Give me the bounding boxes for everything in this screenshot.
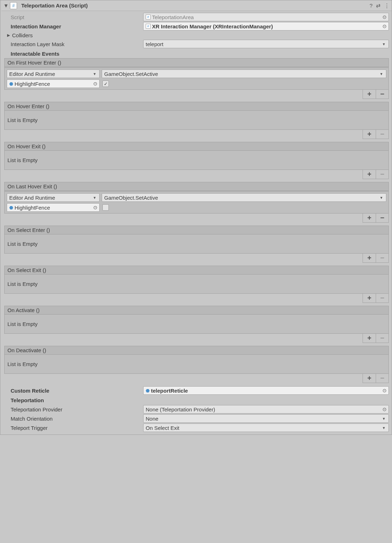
target-object-field[interactable]: ⬣HighlightFence⊙: [7, 79, 100, 88]
event-header: On Select Exit (): [5, 266, 388, 275]
interaction-manager-label: Interaction Manager: [4, 23, 143, 29]
event-block: On Last Hover Exit ()Editor And Runtime▼…: [4, 182, 389, 214]
object-picker-icon[interactable]: ⊙: [382, 406, 387, 412]
remove-callback-button: −: [376, 294, 388, 303]
tp-provider-label: Teleportation Provider: [4, 406, 143, 412]
add-callback-button[interactable]: +: [363, 214, 376, 222]
inspector-panel: ▼ # Teleportation Area (Script) ? ⇄ ⋮ Sc…: [0, 0, 392, 435]
bool-arg-checkbox[interactable]: [102, 204, 109, 211]
component-title: Teleportation Area (Script): [21, 2, 370, 9]
event-footer: +−: [4, 334, 389, 343]
tp-trigger-label: Teleport Trigger: [4, 425, 143, 431]
add-callback-button[interactable]: +: [363, 294, 376, 303]
chevron-down-icon: ▼: [93, 72, 96, 76]
add-callback-button[interactable]: +: [363, 334, 376, 343]
event-empty-label: List is Empty: [5, 355, 388, 373]
chevron-down-icon: ▼: [380, 196, 383, 200]
event-footer: +−: [4, 294, 389, 303]
chevron-down-icon: ▼: [382, 426, 386, 430]
event-header: On Hover Exit (): [5, 142, 388, 151]
event-footer: +−: [4, 214, 389, 223]
event-empty-label: List is Empty: [5, 111, 388, 129]
event-block: On Hover Exit ()List is Empty: [4, 142, 389, 170]
interaction-manager-field[interactable]: # XR Interaction Manager (XRInteractionM…: [143, 22, 389, 31]
call-mode-dropdown[interactable]: Editor And Runtime▼: [7, 193, 100, 202]
add-callback-button[interactable]: +: [363, 130, 376, 139]
object-picker-icon: ⊙: [382, 14, 387, 20]
event-footer: +−: [4, 170, 389, 179]
tp-trigger-dropdown[interactable]: On Select Exit ▼: [143, 423, 389, 432]
custom-reticle-label: Custom Reticle: [4, 388, 143, 394]
script-type-icon: #: [146, 24, 151, 29]
script-icon: #: [10, 2, 17, 9]
event-block: On Activate ()List is Empty: [4, 306, 389, 334]
component-header: ▼ # Teleportation Area (Script) ? ⇄ ⋮: [1, 0, 392, 11]
add-callback-button[interactable]: +: [363, 374, 376, 383]
remove-callback-button: −: [376, 334, 388, 343]
help-icon[interactable]: ?: [370, 2, 373, 9]
event-header: On Last Hover Exit (): [5, 182, 388, 191]
event-empty-label: List is Empty: [5, 315, 388, 333]
foldout-toggle-icon[interactable]: ▼: [4, 3, 9, 8]
colliders-foldout[interactable]: ▶ Colliders: [4, 31, 389, 39]
presets-icon[interactable]: ⇄: [376, 2, 381, 9]
chevron-down-icon: ▼: [382, 42, 386, 46]
add-callback-button[interactable]: +: [363, 170, 376, 179]
match-orient-dropdown[interactable]: None ▼: [143, 414, 389, 423]
event-header: On Hover Enter (): [5, 102, 388, 111]
add-callback-button[interactable]: +: [363, 90, 376, 99]
teleportation-title: Teleportation: [4, 397, 389, 403]
event-footer: +−: [4, 90, 389, 99]
object-picker-icon[interactable]: ⊙: [382, 23, 387, 29]
object-picker-icon[interactable]: ⊙: [93, 205, 97, 210]
call-mode-dropdown[interactable]: Editor And Runtime▼: [7, 70, 100, 78]
event-block: On Select Enter ()List is Empty: [4, 226, 389, 254]
event-footer: +−: [4, 130, 389, 139]
script-label: Script: [4, 14, 143, 20]
event-empty-label: List is Empty: [5, 275, 388, 293]
remove-callback-button: −: [376, 130, 388, 139]
event-header: On Deactivate (): [5, 346, 388, 355]
event-block: On First Hover Enter ()Editor And Runtim…: [4, 58, 389, 90]
event-block: On Select Exit ()List is Empty: [4, 266, 389, 294]
layer-mask-dropdown[interactable]: teleport ▼: [143, 40, 389, 48]
remove-callback-button: −: [376, 254, 388, 262]
object-picker-icon[interactable]: ⊙: [382, 388, 387, 393]
remove-callback-button: −: [376, 374, 388, 383]
chevron-down-icon: ▼: [380, 72, 383, 76]
event-header: On Select Enter (): [5, 226, 388, 234]
remove-callback-button: −: [376, 170, 388, 179]
menu-icon[interactable]: ⋮: [384, 2, 390, 9]
match-orient-label: Match Orientation: [4, 416, 143, 422]
prefab-icon: ⬣: [9, 205, 13, 210]
function-dropdown[interactable]: GameObject.SetActive▼: [102, 193, 386, 202]
target-object-field[interactable]: ⬣HighlightFence⊙: [7, 203, 100, 212]
tp-provider-field[interactable]: None (Teleportation Provider) ⊙: [143, 405, 389, 414]
event-footer: +−: [4, 254, 389, 263]
prefab-icon: ⬣: [146, 388, 150, 393]
chevron-down-icon: ▼: [93, 196, 96, 200]
event-footer: +−: [4, 374, 389, 383]
event-empty-label: List is Empty: [5, 151, 388, 170]
event-header: On First Hover Enter (): [5, 59, 388, 67]
remove-callback-button[interactable]: −: [376, 214, 388, 222]
prefab-icon: ⬣: [9, 81, 13, 87]
event-body: Editor And Runtime▼GameObject.SetActive▼…: [5, 191, 388, 213]
event-block: On Deactivate ()List is Empty: [4, 346, 389, 374]
object-picker-icon[interactable]: ⊙: [93, 81, 97, 87]
event-body: Editor And Runtime▼GameObject.SetActive▼…: [5, 67, 388, 89]
function-dropdown[interactable]: GameObject.SetActive▼: [102, 70, 386, 78]
remove-callback-button[interactable]: −: [376, 90, 388, 99]
add-callback-button[interactable]: +: [363, 254, 376, 262]
bool-arg-checkbox[interactable]: ✓: [102, 81, 109, 87]
script-field: # TeleportationArea ⊙: [143, 13, 389, 21]
events-title: Interactable Events: [4, 51, 389, 57]
script-type-icon: #: [146, 15, 151, 20]
layer-mask-label: Interaction Layer Mask: [4, 41, 143, 47]
event-header: On Activate (): [5, 306, 388, 315]
event-block: On Hover Enter ()List is Empty: [4, 102, 389, 130]
event-empty-label: List is Empty: [5, 234, 388, 253]
chevron-down-icon: ▼: [382, 417, 386, 421]
triangle-right-icon: ▶: [7, 33, 12, 38]
custom-reticle-field[interactable]: ⬣ teleportReticle ⊙: [143, 386, 389, 395]
